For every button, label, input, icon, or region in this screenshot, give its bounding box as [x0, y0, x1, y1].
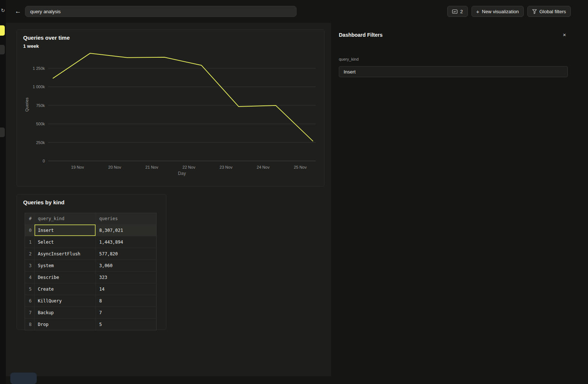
- rail-item[interactable]: [0, 45, 5, 54]
- chart-line: [53, 53, 313, 141]
- query-kind-cell[interactable]: KillQuery: [35, 295, 96, 306]
- query-kind-cell[interactable]: Drop: [35, 319, 96, 330]
- row-index: 7: [25, 307, 35, 318]
- queries-cell: 8: [96, 295, 156, 306]
- table-row[interactable]: 4Describe323: [25, 271, 156, 283]
- back-button[interactable]: ←: [13, 7, 23, 16]
- queries-cell: 3,060: [96, 260, 156, 271]
- global-filters-button[interactable]: Global filters: [527, 6, 571, 17]
- column-header-queries[interactable]: queries: [96, 213, 156, 224]
- queries-cell: 14: [96, 283, 156, 295]
- y-tick-label: 0: [43, 159, 45, 163]
- queries-cell: 1,443,894: [96, 236, 156, 248]
- new-visualization-label: New visualization: [482, 9, 519, 14]
- row-index: 5: [25, 283, 35, 295]
- query-kind-cell[interactable]: AsyncInsertFlush: [35, 248, 96, 259]
- chart-frame-icon: [452, 9, 458, 14]
- table-body: 0Insert8,307,0211Select1,443,8942AsyncIn…: [25, 224, 156, 330]
- row-index: 1: [25, 236, 35, 248]
- y-tick-label: 500k: [36, 122, 45, 126]
- y-tick-label: 750k: [36, 103, 45, 108]
- chart-card: Queries over time 1 week 0250k500k750k1 …: [17, 29, 325, 187]
- table-header-row: # query_kind queries: [25, 213, 156, 224]
- y-tick-label: 1 000k: [33, 85, 45, 89]
- line-chart: 0250k500k750k1 000k1 250k19 Nov20 Nov21 …: [17, 48, 324, 180]
- query-kind-cell[interactable]: Insert: [35, 225, 96, 236]
- funnel-icon: [532, 9, 537, 14]
- global-filters-label: Global filters: [539, 9, 566, 14]
- main-content: Queries over time 1 week 0250k500k750k1 …: [6, 23, 331, 376]
- x-tick-label: 21 Nov: [146, 165, 158, 169]
- row-index: 6: [25, 295, 35, 306]
- filters-panel-title: Dashboard Filters: [339, 32, 383, 38]
- queries-table: # query_kind queries 0Insert8,307,0211Se…: [25, 213, 157, 330]
- pages-count: 2: [460, 9, 463, 14]
- app-root: ↻ ← 2 + New visualization Global filters: [0, 0, 588, 384]
- row-index: 4: [25, 272, 35, 283]
- visualizations-count-button[interactable]: 2: [447, 6, 467, 17]
- query-kind-cell[interactable]: Backup: [35, 307, 96, 318]
- queries-cell: 7: [96, 307, 156, 318]
- close-icon[interactable]: ×: [561, 32, 568, 38]
- rail-item-active[interactable]: [0, 25, 5, 36]
- queries-cell: 323: [96, 272, 156, 283]
- x-tick-label: 23 Nov: [220, 165, 233, 169]
- x-tick-label: 25 Nov: [294, 165, 307, 169]
- y-tick-label: 1 250k: [33, 66, 45, 71]
- x-tick-label: 20 Nov: [108, 165, 121, 169]
- table-row[interactable]: 6KillQuery8: [25, 295, 156, 306]
- table-row[interactable]: 3System3,060: [25, 259, 156, 271]
- chart-title: Queries over time: [23, 35, 70, 41]
- rail-item[interactable]: [0, 128, 5, 137]
- table-row[interactable]: 0Insert8,307,021: [25, 224, 156, 236]
- dashboard-title-input[interactable]: [25, 6, 297, 17]
- query-kind-cell[interactable]: Create: [35, 283, 96, 295]
- x-axis-label: Day: [178, 171, 186, 176]
- query-kind-cell[interactable]: Select: [35, 236, 96, 248]
- table-row[interactable]: 1Select1,443,894: [25, 236, 156, 248]
- queries-cell: 577,820: [96, 248, 156, 259]
- table-row[interactable]: 7Backup7: [25, 306, 156, 318]
- x-tick-label: 19 Nov: [71, 165, 84, 169]
- x-tick-label: 22 Nov: [183, 165, 196, 169]
- row-index: 3: [25, 260, 35, 271]
- table-row[interactable]: 5Create14: [25, 283, 156, 295]
- plus-icon: +: [476, 9, 480, 14]
- row-index: 8: [25, 319, 35, 330]
- refresh-icon[interactable]: ↻: [0, 8, 6, 14]
- topbar-actions: 2 + New visualization Global filters: [447, 6, 571, 17]
- row-index: 2: [25, 248, 35, 259]
- dashboard-filters-panel: Dashboard Filters × query_kind Insert: [331, 23, 588, 384]
- y-axis-label: Queries: [25, 97, 29, 112]
- left-rail: ↻: [0, 0, 6, 384]
- x-tick-label: 24 Nov: [257, 165, 270, 169]
- table-title: Queries by kind: [23, 199, 65, 205]
- y-tick-label: 250k: [36, 140, 45, 145]
- row-index: 0: [25, 225, 35, 236]
- queries-cell: 5: [96, 319, 156, 330]
- query-kind-filter-label: query_kind: [339, 57, 359, 61]
- column-header-query-kind[interactable]: query_kind: [35, 213, 96, 224]
- table-card: Queries by kind # query_kind queries 0In…: [17, 194, 166, 330]
- query-kind-filter-input[interactable]: Insert: [339, 66, 568, 77]
- filters-panel-header: Dashboard Filters ×: [339, 32, 568, 38]
- table-row[interactable]: 8Drop5: [25, 318, 156, 330]
- query-kind-cell[interactable]: Describe: [35, 272, 96, 283]
- column-header-index[interactable]: #: [25, 213, 35, 224]
- query-kind-cell[interactable]: System: [35, 260, 96, 271]
- queries-cell: 8,307,021: [96, 225, 156, 236]
- new-visualization-button[interactable]: + New visualization: [472, 6, 524, 17]
- bottom-left-widget[interactable]: [10, 373, 37, 384]
- table-row[interactable]: 2AsyncInsertFlush577,820: [25, 248, 156, 259]
